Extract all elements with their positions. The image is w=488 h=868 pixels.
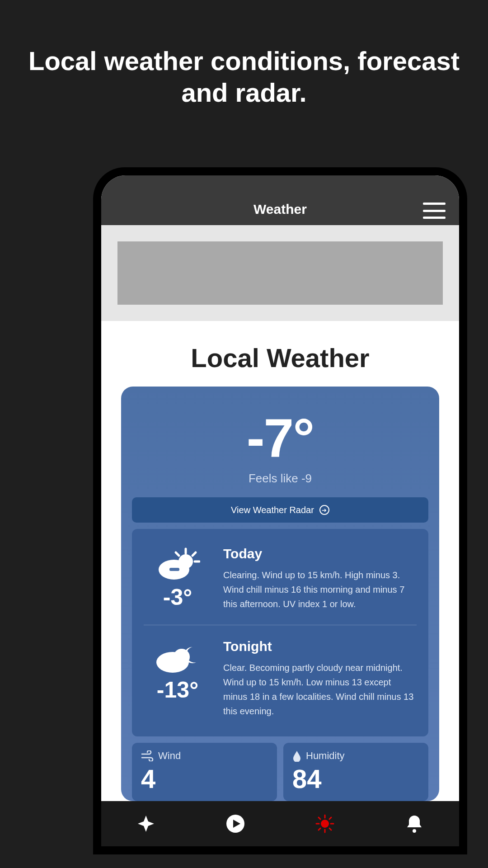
wind-stat: Wind 4: [132, 743, 277, 801]
partly-sunny-icon: [144, 546, 211, 582]
wind-icon: [141, 750, 154, 761]
forecast-description: Clear. Becoming partly cloudy near midni…: [223, 660, 417, 718]
nav-sparkle-icon[interactable]: [135, 812, 157, 835]
nav-weather-icon[interactable]: [314, 812, 336, 835]
phone-frame: Weather Local Weather -7° Feels like -9 …: [93, 167, 467, 854]
ad-container: [101, 225, 459, 321]
droplet-icon: [292, 750, 301, 762]
forecast-temp: -13°: [144, 677, 211, 703]
partly-cloudy-night-icon: [144, 639, 211, 675]
forecast-label: Today: [223, 546, 417, 561]
nav-bell-icon[interactable]: [403, 812, 426, 835]
view-radar-label: View Weather Radar: [231, 505, 314, 515]
nav-play-icon[interactable]: [224, 812, 247, 835]
forecast-description: Clearing. Wind up to 15 km/h. High minus…: [223, 568, 417, 611]
feels-like: Feels like -9: [132, 472, 428, 486]
current-temperature: -7°: [132, 406, 428, 469]
forecast-period: -13° Tonight Clear. Becoming partly clou…: [144, 625, 417, 732]
svg-rect-6: [169, 568, 179, 571]
svg-line-18: [329, 817, 331, 819]
humidity-stat: Humidity 84: [283, 743, 428, 801]
forecast-box: -3° Today Clearing. Wind up to 15 km/h. …: [132, 529, 428, 736]
humidity-label: Humidity: [306, 750, 345, 762]
forecast-label: Tonight: [223, 639, 417, 654]
wind-label: Wind: [158, 750, 181, 762]
header-title: Weather: [253, 202, 307, 217]
ad-slot[interactable]: [117, 241, 443, 305]
app-header: Weather: [101, 175, 459, 225]
svg-line-1: [192, 552, 196, 556]
svg-point-8: [174, 649, 190, 665]
wind-value: 4: [141, 764, 268, 794]
bottom-nav: [101, 801, 459, 846]
svg-line-15: [319, 817, 320, 819]
stats-row: Wind 4 Humidity 84: [132, 743, 428, 801]
weather-card: -7° Feels like -9 View Weather Radar ➔: [121, 387, 439, 801]
forecast-period: -3° Today Clearing. Wind up to 15 km/h. …: [144, 542, 417, 625]
page-title: Local Weather: [121, 343, 439, 373]
arrow-right-icon: ➔: [319, 505, 329, 515]
content-area: Local Weather -7° Feels like -9 View Wea…: [101, 321, 459, 801]
humidity-value: 84: [292, 764, 419, 794]
svg-point-10: [321, 820, 329, 828]
promo-headline: Local weather conditions, forecast and r…: [0, 0, 488, 135]
svg-point-19: [413, 829, 416, 833]
svg-line-16: [329, 828, 331, 830]
svg-line-3: [176, 552, 179, 556]
svg-line-17: [319, 828, 320, 830]
view-radar-button[interactable]: View Weather Radar ➔: [132, 497, 428, 523]
forecast-temp: -3°: [144, 584, 211, 610]
phone-screen: Weather Local Weather -7° Feels like -9 …: [101, 175, 459, 846]
menu-icon[interactable]: [423, 203, 446, 219]
